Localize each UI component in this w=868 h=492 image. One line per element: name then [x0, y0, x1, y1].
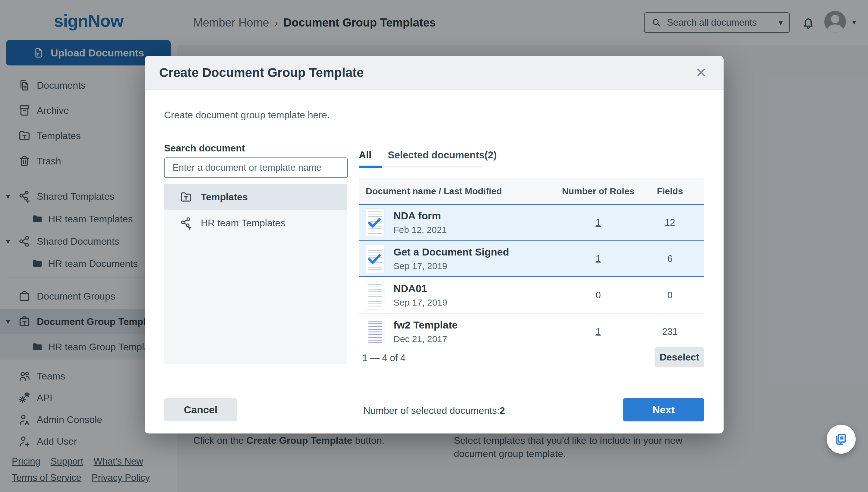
create-document-group-template-modal: Create Document Group Template ✕ Create …	[145, 56, 723, 434]
tab-selected-documents[interactable]: Selected documents(2)	[388, 149, 496, 161]
roles-count-link[interactable]: 1	[595, 217, 601, 228]
modal-intro-text: Create document group template here.	[164, 109, 330, 121]
shared-template-icon	[179, 216, 193, 230]
document-name: fw2 Template	[393, 319, 458, 331]
document-thumbnail	[366, 318, 384, 346]
search-document-label: Search document	[164, 143, 245, 154]
modal-title: Create Document Group Template	[159, 66, 695, 80]
document-name: Get a Document Signed	[393, 246, 509, 258]
table-header-row: Document name / Last Modified Number of …	[359, 178, 704, 204]
document-thumbnail	[366, 208, 384, 237]
modal-header: Create Document Group Template ✕	[145, 56, 723, 90]
document-name: NDA01	[393, 282, 448, 294]
column-number-of-roles: Number of Roles	[560, 186, 636, 196]
document-name-cell: NDA formFeb 12, 2021	[359, 208, 560, 237]
table-row[interactable]: fw2 TemplateDec 21, 2017 1 231	[359, 314, 704, 350]
help-chat-launcher[interactable]	[827, 425, 856, 454]
document-date: Feb 12, 2021	[393, 225, 447, 235]
deselect-button[interactable]: Deselect	[655, 347, 704, 367]
column-fields: Fields	[636, 186, 704, 196]
pagination-status: 1 — 4 of 4	[362, 353, 406, 364]
document-date: Dec 21, 2017	[393, 334, 447, 344]
fields-count: 0	[636, 290, 704, 301]
selected-count: 2	[500, 405, 505, 416]
document-date: Sep 17, 2019	[393, 261, 448, 271]
roles-count-link[interactable]: 1	[595, 253, 601, 264]
documents-table: Document name / Last Modified Number of …	[359, 178, 704, 350]
chat-icon	[834, 432, 849, 447]
document-name: NDA form	[393, 210, 447, 222]
document-thumbnail	[366, 245, 384, 273]
document-thumbnail	[366, 281, 384, 310]
next-button[interactable]: Next	[623, 398, 704, 421]
tab-all[interactable]: All	[359, 149, 372, 161]
document-tabs: All Selected documents(2)	[359, 149, 496, 161]
document-search-input[interactable]	[164, 157, 348, 178]
fields-count: 12	[636, 217, 704, 228]
table-row[interactable]: Get a Document SignedSep 17, 2019 1 6	[359, 240, 704, 277]
modal-footer: Number of selected documents: 2 Cancel N…	[145, 387, 723, 434]
fields-count: 6	[636, 253, 704, 264]
document-name-cell: fw2 TemplateDec 21, 2017	[359, 318, 560, 346]
cancel-button[interactable]: Cancel	[164, 398, 237, 421]
document-date: Sep 17, 2019	[393, 297, 448, 308]
roles-count: 0	[560, 290, 636, 301]
template-folder-icon	[179, 190, 193, 204]
selected-check-icon	[366, 250, 383, 267]
roles-count-link[interactable]: 1	[595, 326, 601, 337]
folder-item-templates[interactable]: Templates	[164, 184, 347, 210]
folder-item-label: Templates	[201, 192, 248, 203]
document-name-cell: NDA01Sep 17, 2019	[359, 281, 560, 310]
active-tab-indicator	[359, 166, 382, 168]
folder-item-label: HR team Templates	[201, 218, 285, 229]
selected-check-icon	[366, 214, 383, 230]
column-document-name: Document name / Last Modified	[359, 186, 560, 196]
table-row[interactable]: NDA01Sep 17, 2019 0 0	[359, 277, 704, 314]
close-icon[interactable]: ✕	[695, 66, 707, 79]
table-row[interactable]: NDA formFeb 12, 2021 1 12	[359, 204, 704, 240]
folder-panel: Templates HR team Templates	[164, 184, 347, 364]
folder-item-hr-team-templates[interactable]: HR team Templates	[164, 210, 347, 236]
fields-count: 231	[636, 326, 704, 337]
document-name-cell: Get a Document SignedSep 17, 2019	[359, 245, 560, 273]
